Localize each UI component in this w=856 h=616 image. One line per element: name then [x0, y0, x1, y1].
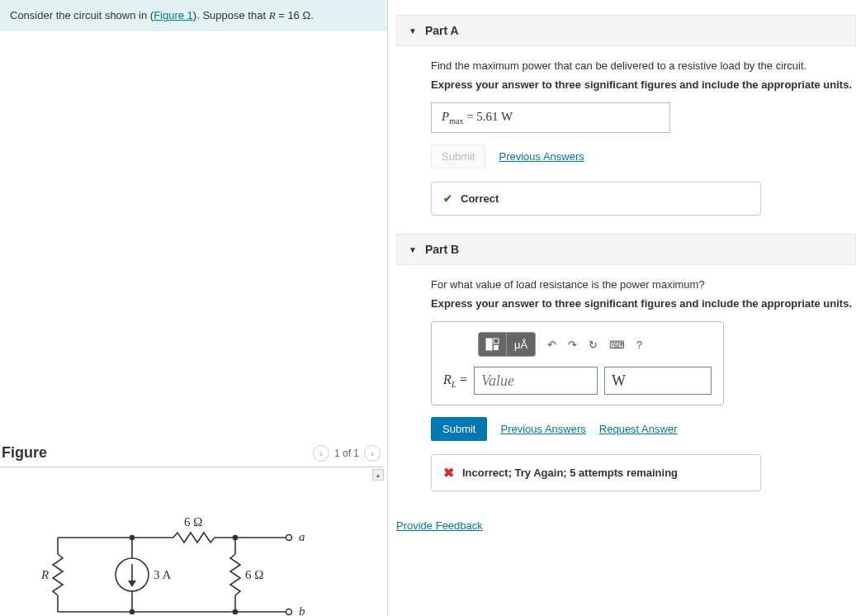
problem-pre: Consider the circuit shown in ( [10, 9, 154, 21]
part-b-input-box: μÅ ↶ ↷ ↻ ⌨ ? RL = [431, 321, 724, 405]
redo-button[interactable]: ↷ [568, 339, 577, 351]
part-b-instruction: Express your answer to three significant… [431, 297, 853, 310]
x-icon: ✖ [443, 465, 454, 481]
part-a-question: Find the maximum power that can be deliv… [431, 59, 853, 72]
part-a-feedback: ✔ Correct [431, 182, 761, 216]
value-input[interactable] [474, 367, 598, 395]
svg-rect-17 [486, 339, 492, 350]
svg-point-15 [234, 536, 238, 540]
part-b-header[interactable]: ▼ Part B [396, 234, 856, 265]
check-icon: ✔ [443, 192, 452, 205]
caret-down-icon: ▼ [409, 26, 417, 36]
svg-point-16 [234, 610, 238, 614]
figure-next-button[interactable]: › [364, 445, 381, 462]
part-b-feedback-msg: Incorrect; Try Again; 5 attempts remaini… [462, 467, 678, 479]
svg-rect-18 [494, 339, 499, 344]
label-R: R [41, 568, 49, 581]
problem-statement: Consider the circuit shown in (Figure 1)… [0, 0, 387, 31]
part-b-title: Part B [425, 243, 459, 256]
circuit-diagram: R 3 A 6 Ω 6 Ω a b [41, 513, 314, 616]
part-a-header[interactable]: ▼ Part A [396, 15, 856, 46]
part-b-previous-answers-link[interactable]: Previous Answers [500, 423, 585, 435]
part-a-feedback-msg: Correct [461, 192, 499, 205]
part-a-answer-box: Pmax = 5.61 W [431, 102, 670, 133]
part-a-instruction: Express your answer to three significant… [431, 78, 853, 91]
part-b-feedback: ✖ Incorrect; Try Again; 5 attempts remai… [431, 454, 761, 491]
provide-feedback-link[interactable]: Provide Feedback [396, 519, 483, 532]
unit-input[interactable] [604, 367, 712, 395]
help-button[interactable]: ? [636, 339, 642, 351]
part-b-request-answer-link[interactable]: Request Answer [599, 423, 678, 435]
figure-pager-text: 1 of 1 [334, 448, 359, 459]
label-node-b: b [299, 604, 305, 616]
part-a-previous-answers-link[interactable]: Previous Answers [499, 150, 584, 163]
caret-down-icon: ▼ [409, 245, 417, 254]
problem-eq: = 16 Ω. [276, 9, 314, 21]
keyboard-button[interactable]: ⌨ [609, 339, 625, 351]
templates-button[interactable] [479, 333, 507, 356]
label-Rseries: 6 Ω [184, 515, 202, 528]
svg-point-14 [130, 610, 135, 614]
problem-var: R [269, 9, 276, 21]
reset-button[interactable]: ↻ [589, 339, 598, 351]
label-node-a: a [299, 530, 305, 543]
undo-button[interactable]: ↶ [547, 339, 556, 351]
part-a-title: Part A [425, 24, 459, 37]
figure-link[interactable]: Figure 1 [154, 9, 193, 21]
templates-icon [485, 338, 500, 351]
figure-title: Figure [2, 444, 47, 462]
scroll-up-icon[interactable]: ▴ [372, 469, 384, 481]
part-b-submit-button[interactable]: Submit [431, 417, 487, 441]
svg-point-11 [286, 535, 292, 541]
problem-post: ). Suppose that [193, 9, 269, 21]
part-b-question: For what value of load resistance is the… [431, 278, 853, 291]
svg-rect-19 [494, 345, 499, 350]
part-a-submit-button: Submit [431, 145, 485, 168]
svg-point-13 [130, 536, 135, 540]
label-Rshunt: 6 Ω [245, 568, 263, 581]
svg-point-12 [286, 609, 292, 615]
units-button[interactable]: μÅ [507, 333, 535, 356]
figure-prev-button[interactable]: ‹ [313, 445, 329, 462]
label-I: 3 A [154, 568, 171, 581]
